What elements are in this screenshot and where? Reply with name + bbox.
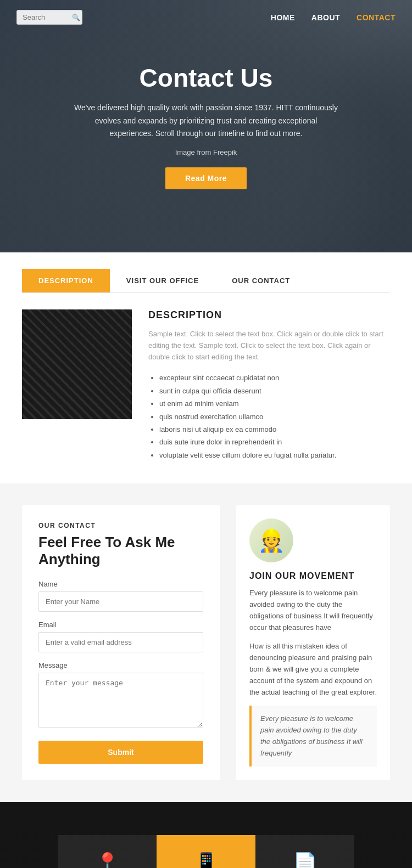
footer-card-phone: 📱 PHONE +111 343 43 43: [157, 835, 255, 868]
footer-cards: 📍 ADDRESS 27 13 Lowe Haven 📱 PHONE +111 …: [22, 835, 390, 868]
submit-button[interactable]: Submit: [38, 741, 203, 764]
tab-our-contact[interactable]: OUR CONTACT: [215, 269, 307, 292]
nav-links: HOME ABOUT CONTACT: [271, 13, 396, 22]
description-image: [22, 309, 132, 419]
tab-description[interactable]: DESCRIPTION: [22, 269, 110, 292]
contact-form-card: OUR CONTACT Feel Free To Ask Me Anything…: [22, 505, 220, 780]
list-item: duis aute irure dolor in reprehenderit i…: [159, 436, 390, 448]
join-text-2: How is all this mistaken idea of denounc…: [249, 641, 377, 698]
list-item: laboris nisi ut aliquip ex ea commodo: [159, 423, 390, 436]
navigation: 🔍 HOME ABOUT CONTACT: [0, 0, 412, 35]
hero-section: Contact Us We've delivered high quality …: [0, 0, 412, 252]
nav-home[interactable]: HOME: [271, 13, 295, 22]
form-group-message: Message: [38, 661, 203, 730]
message-label: Message: [38, 661, 203, 669]
contact-section-label: OUR CONTACT: [38, 522, 203, 529]
desc-image-pattern: [22, 309, 132, 419]
search-box[interactable]: 🔍: [16, 10, 82, 25]
description-section: DESCRIPTION Sample text. Click to select…: [0, 293, 412, 483]
nav-contact[interactable]: CONTACT: [357, 13, 396, 22]
contact-section: OUR CONTACT Feel Free To Ask Me Anything…: [0, 483, 412, 802]
list-item: sunt in culpa qui officia deserunt: [159, 385, 390, 397]
worker-avatar-icon: 👷: [258, 528, 285, 554]
avatar: 👷: [249, 518, 293, 562]
name-input[interactable]: [38, 591, 203, 612]
nav-about[interactable]: ABOUT: [311, 13, 340, 22]
email-input[interactable]: [38, 632, 203, 652]
phone-icon: 📱: [168, 852, 244, 868]
list-item: quis nostrud exercitation ullamco: [159, 410, 390, 423]
email-label: Email: [38, 621, 203, 629]
message-textarea[interactable]: [38, 673, 203, 728]
form-group-name: Name: [38, 580, 203, 612]
footer: 📍 ADDRESS 27 13 Lowe Haven 📱 PHONE +111 …: [0, 802, 412, 868]
search-icon: 🔍: [72, 14, 80, 21]
contact-info-card: 👷 JOIN OUR MOVEMENT Every pleasure is to…: [236, 505, 390, 780]
hero-title: Contact Us: [74, 63, 338, 93]
hero-content: Contact Us We've delivered high quality …: [63, 52, 349, 200]
list-item: voluptate velit esse cillum dolore eu fu…: [159, 449, 390, 461]
description-title: DESCRIPTION: [148, 309, 390, 321]
join-title: JOIN OUR MOVEMENT: [249, 571, 377, 581]
join-text-1: Every pleasure is to welcome pain avoide…: [249, 588, 377, 633]
search-input[interactable]: [23, 13, 72, 21]
description-list: excepteur sint occaecat cupidatat non su…: [148, 371, 390, 461]
hero-image-credit: Image from Freepik: [74, 148, 338, 156]
list-item: ut enim ad minim veniam: [159, 397, 390, 410]
address-icon: 📍: [69, 852, 146, 868]
tabs-section: DESCRIPTION VISIT OUR OFFICE OUR CONTACT: [0, 252, 412, 293]
hero-description: We've delivered high quality work with p…: [74, 102, 338, 140]
join-quote: Every pleasure is to welcome pain avoide…: [249, 706, 377, 766]
footer-card-address: 📍 ADDRESS 27 13 Lowe Haven: [58, 835, 157, 868]
contact-section-title: Feel Free To Ask Me Anything: [38, 534, 203, 568]
description-sample: Sample text. Click to select the text bo…: [148, 329, 390, 363]
tab-visit-office[interactable]: VISIT OUR OFFICE: [110, 269, 215, 292]
form-group-email: Email: [38, 621, 203, 652]
name-label: Name: [38, 580, 203, 588]
read-more-button[interactable]: Read More: [165, 167, 247, 189]
email-icon: 📄: [266, 852, 343, 868]
list-item: excepteur sint occaecat cupidatat non: [159, 371, 390, 384]
description-text: DESCRIPTION Sample text. Click to select…: [148, 309, 390, 461]
footer-card-email: 📄 E-MAIL business@info.com: [255, 835, 354, 868]
tabs-bar: DESCRIPTION VISIT OUR OFFICE OUR CONTACT: [22, 269, 390, 293]
